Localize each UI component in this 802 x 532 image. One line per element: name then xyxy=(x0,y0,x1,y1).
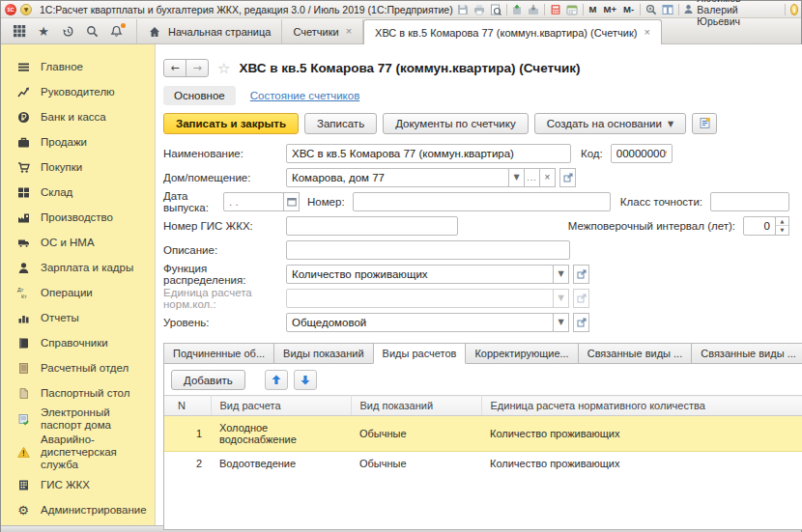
create-based-on-button[interactable]: Создать на основании▼ xyxy=(534,113,686,134)
level-dropdown-icon[interactable]: ▼ xyxy=(553,313,569,332)
sidebar-item-payroll[interactable]: Зарплата и кадры xyxy=(1,255,155,280)
distribution-dropdown-icon[interactable]: ▼ xyxy=(553,265,569,284)
subtab-related-1[interactable]: Связанные виды ... xyxy=(578,343,693,364)
scale-m-button[interactable]: M xyxy=(588,4,598,14)
house-dropdown-icon[interactable]: ▼ xyxy=(508,168,525,187)
scale-m-minus-button[interactable]: M- xyxy=(622,4,635,14)
col-header-calc-type[interactable]: Вид расчета xyxy=(211,396,351,416)
col-header-n[interactable]: N xyxy=(164,396,211,416)
favorites-star-icon[interactable]: ★ xyxy=(37,25,50,38)
forward-button[interactable]: → xyxy=(186,59,209,77)
sidebar-item-operations[interactable]: ДтКт Операции xyxy=(1,280,155,305)
sidebar-item-purchases[interactable]: Покупки xyxy=(1,154,155,180)
sidebar-item-house-epassport[interactable]: Электронный паспорт дома xyxy=(1,406,155,433)
house-input[interactable] xyxy=(286,168,509,187)
house-clear-icon[interactable]: × xyxy=(539,168,556,187)
favorite-star-icon[interactable]: ☆ xyxy=(217,60,230,77)
calendar-icon[interactable] xyxy=(566,3,578,15)
zoom-icon[interactable] xyxy=(645,3,657,15)
stepper-down-icon[interactable]: ▼ xyxy=(776,225,788,235)
col-header-readings-type[interactable]: Вид показаний xyxy=(351,396,481,416)
scale-m-plus-button[interactable]: M+ xyxy=(603,4,617,14)
info-icon[interactable]: i xyxy=(790,4,798,15)
tab-counter-form[interactable]: ХВС в кв.5 Комарова 77 (коммун.квартира)… xyxy=(363,19,662,44)
subtab-correcting[interactable]: Корректирующие... xyxy=(465,343,578,364)
save-button[interactable]: Записать xyxy=(304,113,377,134)
form-tab-counter-states[interactable]: Состояние счетчиков xyxy=(250,90,360,101)
tab-home[interactable]: Начальная страница xyxy=(136,19,282,43)
report-document-icon xyxy=(699,117,711,131)
sidebar-item-gis-zhkh[interactable]: ГИС ЖКХ xyxy=(1,472,155,497)
print-preview-icon[interactable] xyxy=(490,3,501,15)
sidebar-item-dispatch-service[interactable]: Аварийно-диспетчерская служба xyxy=(1,433,155,472)
house-select-icon[interactable]: ... xyxy=(524,168,540,187)
issue-date-calendar-icon[interactable] xyxy=(283,192,300,211)
sidebar-item-fixed-assets[interactable]: ОС и НМА xyxy=(1,230,155,255)
counter-documents-button[interactable]: Документы по счетчику xyxy=(383,113,529,134)
send-document-icon[interactable] xyxy=(528,3,539,15)
sidebar-item-sales[interactable]: Продажи xyxy=(1,129,155,154)
number-input[interactable] xyxy=(353,192,611,211)
app-window: 1С ▼ 1С:Расчет квартплаты и бухгалтерия … xyxy=(0,0,802,532)
calculator-icon[interactable] xyxy=(550,3,561,15)
history-icon[interactable] xyxy=(61,25,74,38)
distribution-input[interactable] xyxy=(286,265,554,284)
norm-unit-dropdown-icon: ▼ xyxy=(553,289,569,308)
sidebar-item-main[interactable]: Главное xyxy=(1,54,155,79)
sidebar-item-administration[interactable]: ⚙ Администрирование xyxy=(1,497,155,522)
subtab-subordinate[interactable]: Подчиненные об... xyxy=(163,343,274,364)
sidebar-item-billing-dept[interactable]: Расчетный отдел xyxy=(1,355,155,380)
current-user[interactable]: Любимов Валерий Юрьевич xyxy=(683,0,780,27)
table-row[interactable]: 2 Водоотведение Обычные Количество прожи… xyxy=(164,452,802,476)
form-title: ХВС в кв.5 Комарова 77 (коммун.квартира)… xyxy=(239,61,580,75)
issue-date-input[interactable] xyxy=(223,192,284,211)
save-and-close-button[interactable]: Записать и закрыть xyxy=(163,113,299,134)
field-label-issue-date: Дата выпуска: xyxy=(163,190,223,213)
tab-close-icon[interactable]: × xyxy=(346,26,352,37)
interval-stepper[interactable]: ▲▼ xyxy=(775,216,789,236)
col-header-norm-unit[interactable]: Единица расчета нормативного количества xyxy=(481,396,802,416)
sidebar-item-bank[interactable]: Банк и касса xyxy=(1,104,155,129)
stepper-up-icon[interactable]: ▲ xyxy=(776,217,788,226)
tab-counters[interactable]: Счетчики × xyxy=(282,19,363,43)
move-up-button[interactable] xyxy=(265,370,288,390)
table-row[interactable]: 1 Холодное водоснабжение Обычные Количес… xyxy=(164,416,802,452)
subtab-calc-types[interactable]: Виды расчетов xyxy=(373,343,467,364)
gis-number-input[interactable] xyxy=(286,216,458,236)
form-tab-main[interactable]: Основное xyxy=(163,86,236,105)
distribution-open-icon[interactable] xyxy=(573,265,589,284)
add-document-icon[interactable] xyxy=(511,3,523,15)
sidebar-item-production[interactable]: Производство xyxy=(1,205,155,230)
description-input[interactable] xyxy=(286,240,570,260)
print-icon[interactable] xyxy=(473,3,485,15)
main-menu-icon[interactable]: ▼ xyxy=(20,4,32,15)
level-open-icon[interactable] xyxy=(573,313,589,332)
accuracy-class-input[interactable] xyxy=(710,192,789,211)
name-input[interactable] xyxy=(286,144,571,163)
level-input[interactable] xyxy=(286,313,554,332)
norm-unit-input xyxy=(286,289,554,308)
add-row-button[interactable]: Добавить xyxy=(171,370,245,390)
back-button[interactable]: ← xyxy=(163,59,186,77)
apps-grid-icon[interactable] xyxy=(13,25,26,38)
split-view-icon[interactable] xyxy=(662,3,673,15)
titlebar-separator xyxy=(506,4,507,15)
tab-close-icon[interactable]: × xyxy=(644,27,649,38)
notifications-bell-icon[interactable] xyxy=(109,25,123,38)
sidebar-item-warehouse[interactable]: Склад xyxy=(1,180,155,205)
sidebar-item-manager[interactable]: Руководителю xyxy=(1,79,155,104)
search-icon[interactable] xyxy=(85,25,99,38)
move-down-button[interactable] xyxy=(294,370,317,390)
table-header-row: N Вид расчета Вид показаний Единица расч… xyxy=(164,396,802,416)
sidebar-item-reports[interactable]: Отчеты xyxy=(1,305,155,330)
sidebar-item-passport-office[interactable]: Паспортный стол xyxy=(1,380,155,406)
save-icon[interactable] xyxy=(457,3,469,15)
subtab-reading-types[interactable]: Виды показаний xyxy=(273,343,374,364)
sidebar-item-catalogs[interactable]: Справочники xyxy=(1,330,155,355)
code-input[interactable] xyxy=(611,144,673,163)
reports-button[interactable] xyxy=(692,113,717,134)
house-open-icon[interactable] xyxy=(559,168,576,187)
subtab-related-2[interactable]: Связанные виды ... xyxy=(691,343,802,364)
briefcase-icon xyxy=(16,135,30,149)
check-interval-input[interactable] xyxy=(743,216,776,236)
